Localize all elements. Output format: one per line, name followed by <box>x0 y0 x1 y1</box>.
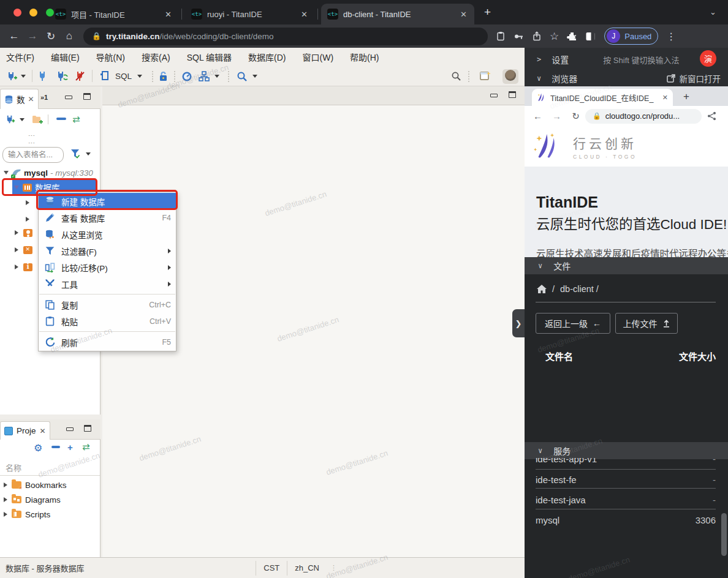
disconnect-icon[interactable] <box>75 71 85 81</box>
quick-search-icon[interactable] <box>451 71 461 81</box>
toolbar-search-icon[interactable] <box>237 71 248 82</box>
menu-file[interactable]: 文件(F) <box>6 51 34 63</box>
toolbar-drag-dots[interactable]: ⋮⋮ <box>28 132 36 147</box>
breadcrumb-path[interactable]: db-client / <box>560 284 599 294</box>
service-row[interactable]: mysql 3306 <box>536 515 716 525</box>
forward-icon[interactable]: → <box>23 30 42 42</box>
clipboard-icon[interactable] <box>496 31 506 41</box>
reload-icon[interactable]: ↻ <box>42 30 60 43</box>
password-key-icon[interactable] <box>514 31 524 42</box>
browser-section-header[interactable]: ∨ 浏览器 新窗口打开 <box>537 72 721 84</box>
tab-close-icon[interactable]: ✕ <box>40 427 46 435</box>
diagram-dropdown-icon[interactable] <box>214 75 219 78</box>
collapsed-arrow-icon[interactable] <box>4 482 7 487</box>
table-filter-input[interactable] <box>2 147 64 163</box>
new-connection-icon[interactable] <box>6 70 18 82</box>
home-icon[interactable]: ⌂ <box>60 30 78 42</box>
reload-icon[interactable]: ↻ <box>566 111 585 122</box>
menu-item-compare-migrate[interactable]: 比较/迁移(P) <box>39 259 176 276</box>
back-icon[interactable]: ← <box>528 111 547 121</box>
menu-help[interactable]: 帮助(H) <box>350 51 379 63</box>
tab-overflow-indicator[interactable]: »1 <box>40 94 48 101</box>
collapsed-arrow-icon[interactable] <box>26 200 29 205</box>
new-tab-button[interactable]: + <box>484 6 491 19</box>
collapsed-arrow-icon[interactable] <box>15 265 18 269</box>
service-row[interactable]: ide-test-fe - <box>536 475 716 485</box>
address-bar[interactable]: 🔒 try.titanide.cn/ide/web/coding/db-clie… <box>83 28 488 45</box>
lock-icon[interactable] <box>158 70 169 82</box>
project-tab[interactable]: Proje ✕ <box>0 421 50 440</box>
reconnect-icon[interactable] <box>56 71 68 81</box>
files-section-header[interactable]: ∨ 文件 <box>525 257 728 274</box>
collapse-all-icon[interactable] <box>51 446 60 448</box>
sql-dropdown-icon[interactable] <box>137 75 142 78</box>
sql-script-icon[interactable] <box>99 70 110 82</box>
new-connection-dropdown-icon[interactable] <box>21 75 26 78</box>
close-window-button[interactable] <box>13 9 21 17</box>
share-icon[interactable] <box>532 31 542 41</box>
maximize-panel-icon[interactable] <box>83 93 91 100</box>
preview-new-tab-button[interactable]: + <box>683 91 689 103</box>
service-row-clipped[interactable]: ide-test-app-v1 - <box>536 458 716 467</box>
traffic-lights[interactable] <box>13 8 54 19</box>
search-dropdown-icon[interactable] <box>252 75 257 78</box>
collapsed-arrow-icon[interactable] <box>26 217 29 222</box>
maximize-editor-icon[interactable] <box>509 91 516 98</box>
menu-item-filters[interactable]: 过滤器(F) <box>39 242 176 259</box>
service-row[interactable]: ide-test-java - <box>536 495 716 505</box>
gear-icon[interactable]: ⚙ <box>34 442 42 454</box>
tab-close-icon[interactable]: ✕ <box>459 10 468 19</box>
link-with-editor-icon[interactable]: ⇄ <box>82 441 90 452</box>
back-icon[interactable]: ← <box>5 30 23 42</box>
upload-file-button[interactable]: 上传文件 <box>615 313 678 334</box>
collapse-all-icon[interactable] <box>56 118 66 120</box>
dashboard-gauge-icon[interactable] <box>181 71 192 82</box>
forward-icon[interactable]: → <box>547 111 566 121</box>
tab-search-chevron-icon[interactable]: ⌄ <box>710 7 716 17</box>
scrollbar-thumb[interactable] <box>721 513 727 556</box>
tab-close-icon[interactable]: ✕ <box>300 10 309 19</box>
side-panel-icon[interactable] <box>585 31 596 42</box>
settings-section-header[interactable]: > 设置 按 Shift 键切换输入法 <box>537 53 721 66</box>
tree-item-diagrams[interactable]: Diagrams <box>0 492 100 507</box>
collapsed-arrow-icon[interactable] <box>4 497 7 502</box>
preview-tab[interactable]: TitanIDE_CloudIDE_在线IDE_ ✕ <box>532 89 673 106</box>
tree-item-users[interactable] <box>15 225 32 240</box>
menu-edit[interactable]: 编辑(E) <box>51 51 80 63</box>
tab-close-icon[interactable]: ✕ <box>662 94 668 102</box>
menu-item-create-database[interactable]: 新建 数据库 <box>39 193 176 209</box>
sql-mode-label[interactable]: SQL <box>115 72 132 81</box>
maximize-panel-icon[interactable] <box>84 425 91 432</box>
profile-paused-pill[interactable]: J Paused <box>604 28 658 45</box>
link-with-editor-icon[interactable]: ⇄ <box>72 114 80 125</box>
status-timezone[interactable]: CST <box>256 561 287 576</box>
tree-item-mysql[interactable]: ✓ mysql - mysql:330 <box>0 165 100 180</box>
tree-item-system-info[interactable] <box>15 260 32 274</box>
share-nodes-icon[interactable] <box>707 111 716 121</box>
er-diagram-icon[interactable] <box>199 71 210 82</box>
expanded-arrow-icon[interactable] <box>4 171 9 175</box>
status-locale[interactable]: zh_CN <box>287 561 327 576</box>
menu-item-copy[interactable]: 复制 Ctrl+C <box>39 296 176 313</box>
menu-item-view-database[interactable]: 查看 数据库 F4 <box>39 209 176 226</box>
collapsed-arrow-icon[interactable] <box>15 230 18 235</box>
new-folder-icon[interactable] <box>32 114 44 124</box>
open-perspective-icon[interactable] <box>480 70 491 81</box>
tab-close-icon[interactable]: ✕ <box>164 10 173 19</box>
browser-tab-ruoyi[interactable]: <t> ruoyi - TitanIDE ✕ <box>185 4 315 24</box>
db-navigator-tab[interactable]: 数 ✕ <box>0 89 39 109</box>
extensions-puzzle-icon[interactable] <box>567 31 577 42</box>
minimize-panel-icon[interactable] <box>66 427 74 431</box>
user-avatar[interactable] <box>502 69 518 84</box>
filter-dropdown-icon[interactable] <box>86 152 91 156</box>
kebab-menu-icon[interactable]: ⋮ <box>666 31 676 42</box>
browser-tab-db-client[interactable]: <t> db-client - TitanIDE ✕ <box>321 4 474 24</box>
bookmark-star-icon[interactable]: ☆ <box>550 30 559 43</box>
panel-connection-dropdown-icon[interactable] <box>20 118 25 121</box>
filter-funnel-icon[interactable] <box>70 148 81 159</box>
preview-address-bar[interactable]: 🔒 cloudtogo.cn/produ... <box>585 109 702 124</box>
tree-item-scripts[interactable]: Scripts <box>0 507 100 522</box>
tab-close-icon[interactable]: ✕ <box>28 95 34 103</box>
collapsed-arrow-icon[interactable] <box>15 247 18 252</box>
collapsed-arrow-icon[interactable] <box>4 512 7 517</box>
